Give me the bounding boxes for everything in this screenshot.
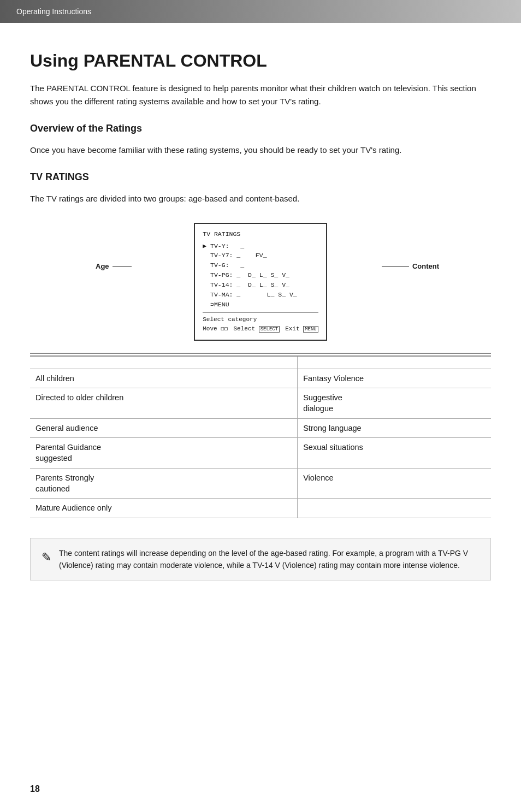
right-cell-1: Fantasy Violence: [298, 369, 491, 388]
left-header-cell: [30, 357, 298, 369]
content-line: [382, 266, 409, 267]
main-content: Using PARENTAL CONTROL The PARENTAL CONT…: [0, 23, 521, 613]
page-number: 18: [30, 783, 40, 796]
right-cell-6: [298, 499, 491, 518]
age-label: Age: [96, 261, 109, 272]
right-header-cell: [298, 357, 491, 369]
left-cell-4: Parental Guidancesuggested: [30, 438, 298, 469]
table-header-row: [30, 357, 491, 369]
left-cell-6: Mature Audience only: [30, 499, 298, 518]
screen-select-category: Select category: [203, 315, 318, 324]
tv-diagram-wrapper: Age TV RATINGS ▶ TV-Y: _ TV-Y7: _ FV_ TV…: [30, 222, 491, 342]
screen-row-tvy: ▶ TV-Y: _: [203, 241, 318, 251]
note-box: ✎ The content ratings will increase depe…: [30, 538, 491, 581]
right-cell-4: Sexual situations: [298, 438, 491, 469]
table-row: General audience Strong language: [30, 418, 491, 437]
screen-row-tvpg: TV-PG: _ D_ L_ S_ V_: [203, 270, 318, 280]
content-annotation: Content: [382, 261, 439, 272]
screen-row-menu: ⊃MENU: [203, 300, 318, 310]
age-annotation: Age: [96, 261, 132, 272]
content-label: Content: [412, 261, 439, 272]
note-text: The content ratings will increase depend…: [59, 547, 479, 572]
right-cell-3: Strong language: [298, 418, 491, 437]
top-double-rule: [30, 353, 491, 354]
overview-text: Once you have become familiar with these…: [30, 144, 491, 157]
left-cell-1: All children: [30, 369, 298, 388]
tv-ratings-text: The TV ratings are divided into two grou…: [30, 192, 491, 205]
table-row: All children Fantasy Violence: [30, 369, 491, 388]
screen-row-tvma: TV-MA: _ L_ S_ V_: [203, 290, 318, 300]
screen-bottom: Select category Move ◻◻ Select SELECT Ex…: [203, 312, 318, 333]
screen-row-tvg: TV-G: _: [203, 260, 318, 270]
age-line: [113, 266, 132, 267]
note-icon: ✎: [42, 548, 51, 566]
ratings-table: All children Fantasy Violence Directed t…: [30, 357, 491, 518]
table-row: Parents Stronglycautioned Violence: [30, 468, 491, 499]
overview-heading: Overview of the Ratings: [30, 121, 491, 136]
right-cell-2: Suggestivedialogue: [298, 388, 491, 419]
intro-text: The PARENTAL CONTROL feature is designed…: [30, 82, 491, 108]
screen-row-tv14: TV-14: _ D_ L_ S_ V_: [203, 280, 318, 290]
ratings-table-container: All children Fantasy Violence Directed t…: [30, 353, 491, 518]
left-cell-3: General audience: [30, 418, 298, 437]
table-row: Parental Guidancesuggested Sexual situat…: [30, 438, 491, 469]
tv-screen-diagram: TV RATINGS ▶ TV-Y: _ TV-Y7: _ FV_ TV-G: …: [194, 223, 327, 341]
header-label: Operating Instructions: [16, 6, 91, 17]
table-row: Directed to older children Suggestivedia…: [30, 388, 491, 419]
screen-row-tvy7: TV-Y7: _ FV_: [203, 251, 318, 260]
tv-ratings-heading: TV RATINGS: [30, 170, 491, 185]
page-title: Using PARENTAL CONTROL: [30, 50, 491, 71]
table-row: Mature Audience only: [30, 499, 491, 518]
left-cell-5: Parents Stronglycautioned: [30, 468, 298, 499]
screen-title: TV RATINGS: [203, 229, 318, 239]
screen-nav-row: Move ◻◻ Select SELECT Exit MENU: [203, 324, 318, 334]
header-bar: Operating Instructions: [0, 0, 521, 23]
left-cell-2: Directed to older children: [30, 388, 298, 419]
right-cell-5: Violence: [298, 468, 491, 499]
